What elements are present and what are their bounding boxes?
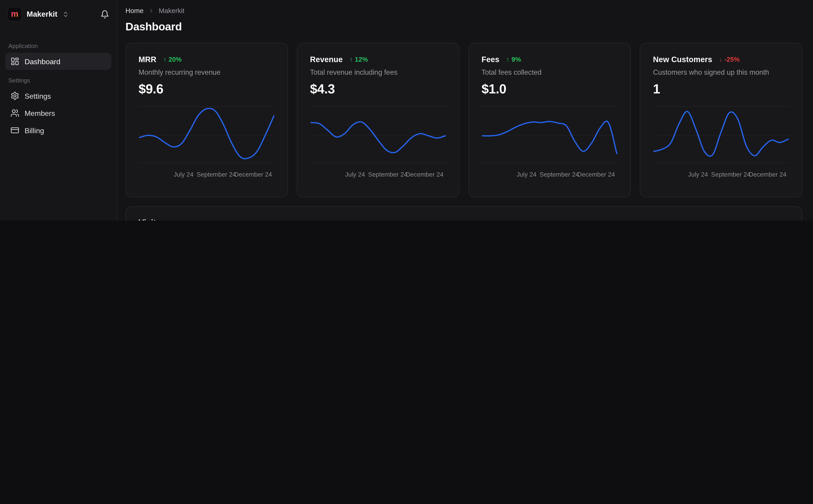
sidebar: m Makerkit Application Dashboard Setting… bbox=[0, 0, 117, 220]
makerkit-logo: m bbox=[7, 7, 22, 21]
logo-letter: m bbox=[11, 10, 19, 18]
notifications-bell-icon[interactable] bbox=[100, 10, 109, 19]
stat-value: $1.0 bbox=[481, 82, 618, 97]
stat-card-mrr: MRR ↑ 20% Monthly recurring revenue $9.6… bbox=[125, 43, 288, 197]
x-tick: September 24 bbox=[711, 171, 750, 178]
x-axis-labels: July 24 September 24 December 24 bbox=[138, 171, 275, 179]
stat-value: $4.3 bbox=[310, 82, 447, 97]
new-customers-sparkline-chart bbox=[653, 104, 789, 166]
sidebar-item-label: Settings bbox=[24, 92, 51, 100]
stat-card-revenue: Revenue ↑ 12% Total revenue including fe… bbox=[297, 43, 459, 197]
credit-card-icon bbox=[11, 126, 19, 135]
stat-cards-row: MRR ↑ 20% Monthly recurring revenue $9.6… bbox=[125, 43, 803, 197]
trend-badge: ↑ 12% bbox=[349, 56, 368, 63]
x-axis-labels: July 24 September 24 December 24 bbox=[481, 171, 618, 179]
sidebar-item-label: Billing bbox=[24, 126, 44, 135]
x-tick: July 24 bbox=[173, 171, 193, 178]
trend-badge: ↓ -25% bbox=[719, 56, 740, 63]
trend-badge: ↑ 20% bbox=[163, 56, 181, 63]
nav-section-label-application: Application bbox=[8, 43, 108, 49]
visitors-card: Visitors Showing total visitors for the … bbox=[125, 206, 803, 220]
x-tick: December 24 bbox=[749, 171, 786, 178]
trend-badge: ↑ 9% bbox=[506, 56, 521, 63]
x-tick: December 24 bbox=[577, 171, 615, 178]
stat-title: Revenue bbox=[310, 55, 343, 64]
workspace-name: Makerkit bbox=[27, 10, 57, 18]
x-tick: December 24 bbox=[406, 171, 443, 178]
x-tick: September 24 bbox=[368, 171, 408, 178]
trend-value: -25% bbox=[725, 56, 740, 63]
revenue-sparkline-chart bbox=[310, 104, 447, 166]
stat-subtitle: Total fees collected bbox=[481, 68, 618, 76]
trend-up-icon: ↑ bbox=[506, 56, 509, 63]
stat-title: Fees bbox=[481, 55, 499, 64]
trend-value: 20% bbox=[168, 56, 181, 63]
users-icon bbox=[11, 109, 19, 117]
stat-card-new-customers: New Customers ↓ -25% Customers who signe… bbox=[640, 43, 802, 197]
fees-sparkline-chart bbox=[481, 104, 618, 166]
x-tick: December 24 bbox=[235, 171, 272, 178]
stat-title: New Customers bbox=[653, 55, 712, 64]
nav-section-label-settings: Settings bbox=[8, 77, 108, 83]
breadcrumb-link-home[interactable]: Home bbox=[125, 7, 144, 15]
sidebar-item-dashboard[interactable]: Dashboard bbox=[5, 53, 111, 70]
chevron-right-icon bbox=[148, 8, 154, 13]
trend-up-icon: ↑ bbox=[349, 56, 353, 63]
sidebar-item-members[interactable]: Members bbox=[5, 104, 111, 122]
app-window: m Makerkit Application Dashboard Setting… bbox=[0, 0, 813, 220]
visitors-title: Visitors bbox=[138, 218, 789, 220]
chevrons-up-down-icon[interactable] bbox=[62, 11, 69, 18]
dashboard-icon bbox=[11, 57, 19, 66]
x-tick: July 24 bbox=[688, 171, 708, 178]
stat-value: $9.6 bbox=[138, 82, 275, 97]
main-content: Home Makerkit Dashboard MRR ↑ 20% Monthl… bbox=[117, 0, 813, 220]
x-tick: September 24 bbox=[539, 171, 579, 178]
x-axis-labels: July 24 September 24 December 24 bbox=[310, 171, 447, 179]
x-tick: July 24 bbox=[345, 171, 365, 178]
breadcrumb-current: Makerkit bbox=[159, 7, 184, 15]
stat-title: MRR bbox=[138, 55, 156, 64]
trend-value: 9% bbox=[511, 56, 521, 63]
sidebar-item-settings[interactable]: Settings bbox=[5, 87, 111, 104]
trend-down-icon: ↓ bbox=[719, 56, 722, 63]
mrr-sparkline-chart bbox=[138, 104, 275, 166]
breadcrumb: Home Makerkit bbox=[125, 7, 803, 15]
x-tick: September 24 bbox=[197, 171, 236, 178]
page-title: Dashboard bbox=[125, 20, 803, 33]
sidebar-nav: Application Dashboard Settings Settings … bbox=[0, 28, 117, 139]
workspace-switcher[interactable]: m Makerkit bbox=[0, 0, 117, 28]
sidebar-item-billing[interactable]: Billing bbox=[5, 122, 111, 139]
sidebar-item-label: Dashboard bbox=[24, 57, 60, 66]
trend-up-icon: ↑ bbox=[163, 56, 166, 63]
x-tick: July 24 bbox=[517, 171, 536, 178]
x-axis-labels: July 24 September 24 December 24 bbox=[653, 171, 789, 179]
trend-value: 12% bbox=[355, 56, 368, 63]
stat-subtitle: Monthly recurring revenue bbox=[138, 68, 275, 76]
stat-subtitle: Total revenue including fees bbox=[310, 68, 447, 76]
stat-subtitle: Customers who signed up this month bbox=[653, 68, 789, 76]
sidebar-item-label: Members bbox=[24, 109, 55, 117]
stat-value: 1 bbox=[653, 82, 789, 97]
gear-icon bbox=[11, 91, 19, 100]
stat-card-fees: Fees ↑ 9% Total fees collected $1.0 July… bbox=[468, 43, 631, 197]
